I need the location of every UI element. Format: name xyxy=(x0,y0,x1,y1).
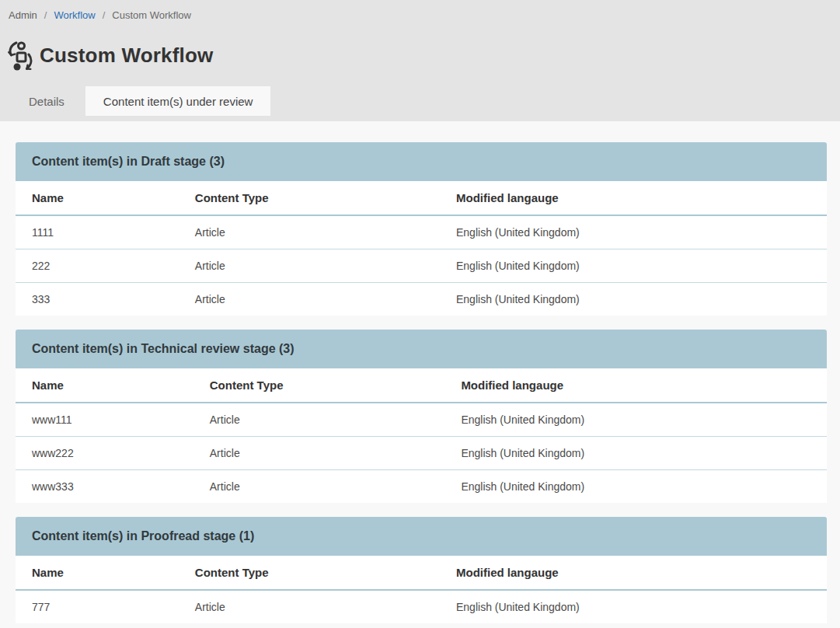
cell-name: 1111 xyxy=(16,215,179,249)
title-row: Custom Workflow xyxy=(0,21,840,72)
column-header: Name xyxy=(16,556,179,590)
cell-content-type: Article xyxy=(193,469,445,503)
cell-content-type: Article xyxy=(179,282,440,316)
breadcrumb-workflow[interactable]: Workflow xyxy=(54,9,95,21)
column-header: Content Type xyxy=(179,181,440,215)
column-header: Modified langauge xyxy=(444,368,827,403)
page-title: Custom Workflow xyxy=(40,44,214,67)
tab-details[interactable]: Details xyxy=(8,86,85,116)
stage-table: NameContent TypeModified langauge 777Art… xyxy=(16,556,827,623)
cell-name: www333 xyxy=(16,469,193,503)
page-header: Admin / Workflow / Custom Workflow Custo… xyxy=(0,0,840,121)
content-area: Content item(s) in Draft stage (3) NameC… xyxy=(0,121,840,623)
table-row: 777ArticleEnglish (United Kingdom) xyxy=(16,590,827,623)
table-header-row: NameContent TypeModified langauge xyxy=(16,181,827,215)
cell-name: 777 xyxy=(16,590,179,623)
breadcrumb-separator: / xyxy=(44,9,47,21)
column-header: Name xyxy=(16,368,193,403)
breadcrumb-admin[interactable]: Admin xyxy=(9,9,37,21)
cell-content-type: Article xyxy=(179,590,440,623)
table-row: 222ArticleEnglish (United Kingdom) xyxy=(16,249,827,282)
breadcrumb: Admin / Workflow / Custom Workflow xyxy=(0,0,840,21)
column-header: Modified langauge xyxy=(440,181,827,215)
cell-modified-language: English (United Kingdom) xyxy=(444,403,827,436)
cell-modified-language: English (United Kingdom) xyxy=(440,282,827,316)
tab-content-items-under-review[interactable]: Content item(s) under review xyxy=(85,86,271,116)
table-row: 333ArticleEnglish (United Kingdom) xyxy=(16,282,827,316)
cell-content-type: Article xyxy=(179,249,440,282)
cell-modified-language: English (United Kingdom) xyxy=(440,249,827,282)
breadcrumb-separator: / xyxy=(103,9,106,21)
table-row: www333ArticleEnglish (United Kingdom) xyxy=(16,469,827,503)
table-row: www111ArticleEnglish (United Kingdom) xyxy=(16,403,827,436)
workflow-icon xyxy=(8,41,33,71)
cell-name: www111 xyxy=(16,403,193,436)
cell-modified-language: English (United Kingdom) xyxy=(440,215,827,249)
cell-content-type: Article xyxy=(193,436,445,469)
stage-table: NameContent TypeModified langauge 1111Ar… xyxy=(16,181,827,316)
stage-section: Content item(s) in Technical review stag… xyxy=(16,330,827,503)
table-header-row: NameContent TypeModified langauge xyxy=(16,368,827,403)
tab-bar: Details Content item(s) under review xyxy=(0,72,840,116)
cell-name: 222 xyxy=(16,249,179,282)
stage-section: Content item(s) in Draft stage (3) NameC… xyxy=(16,142,827,316)
column-header: Content Type xyxy=(179,556,440,590)
cell-modified-language: English (United Kingdom) xyxy=(444,469,827,503)
cell-modified-language: English (United Kingdom) xyxy=(440,590,827,623)
cell-name: www222 xyxy=(16,436,193,469)
stage-sections: Content item(s) in Draft stage (3) NameC… xyxy=(16,142,827,623)
stage-table: NameContent TypeModified langauge www111… xyxy=(16,368,827,503)
breadcrumb-current: Custom Workflow xyxy=(112,9,191,21)
table-header-row: NameContent TypeModified langauge xyxy=(16,556,827,590)
stage-section: Content item(s) in Proofread stage (1) N… xyxy=(16,517,827,623)
stage-section-title: Content item(s) in Draft stage (3) xyxy=(16,142,827,181)
table-row: www222ArticleEnglish (United Kingdom) xyxy=(16,436,827,469)
column-header: Name xyxy=(16,181,179,215)
cell-content-type: Article xyxy=(193,403,445,436)
stage-section-title: Content item(s) in Technical review stag… xyxy=(16,330,827,368)
cell-content-type: Article xyxy=(179,215,440,249)
stage-section-title: Content item(s) in Proofread stage (1) xyxy=(16,517,827,556)
cell-modified-language: English (United Kingdom) xyxy=(444,436,827,469)
table-row: 1111ArticleEnglish (United Kingdom) xyxy=(16,215,827,249)
column-header: Content Type xyxy=(193,368,445,403)
column-header: Modified langauge xyxy=(440,556,827,590)
cell-name: 333 xyxy=(16,282,179,316)
